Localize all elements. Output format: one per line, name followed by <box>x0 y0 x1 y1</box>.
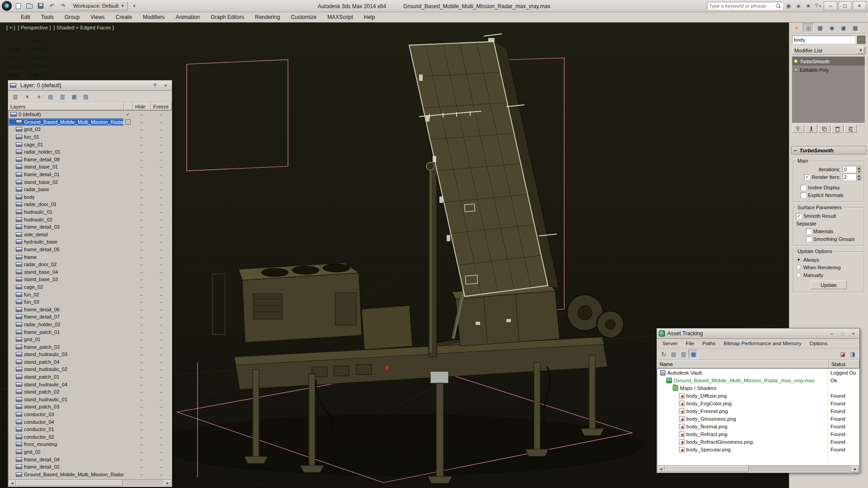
object-name-field[interactable] <box>792 36 855 44</box>
hide-dash-icon[interactable]: – <box>132 232 151 237</box>
hide-dash-icon[interactable]: – <box>132 247 151 252</box>
hide-dash-icon[interactable]: – <box>132 382 151 387</box>
freeze-dash-icon[interactable]: – <box>151 119 171 125</box>
freeze-dash-icon[interactable]: – <box>151 382 171 387</box>
freeze-dash-icon[interactable]: – <box>151 404 171 409</box>
hide-dash-icon[interactable]: – <box>132 366 151 372</box>
hide-dash-icon[interactable]: – <box>132 419 151 425</box>
layer-row[interactable]: radar_holder_02 – – <box>9 321 171 328</box>
select-in-layer-icon[interactable]: ▤ <box>46 92 56 101</box>
layer-row[interactable]: conductor_01 – – <box>9 426 171 433</box>
layer-row[interactable]: body – – <box>9 193 171 201</box>
freeze-toggle-icon[interactable]: ▨ <box>81 92 91 101</box>
layer-row[interactable]: hydraulic_base – – <box>9 238 171 246</box>
modifier-onoff-icon[interactable] <box>794 68 798 72</box>
remove-modifier-icon[interactable] <box>831 125 844 133</box>
search-input[interactable] <box>709 3 775 9</box>
hide-dash-icon[interactable]: – <box>132 194 151 200</box>
viewport-shading-menu[interactable]: [ Shaded + Edged Faces ] <box>53 25 113 30</box>
layer-row[interactable]: radar_holder_01 – – <box>9 148 171 156</box>
layer-row[interactable]: stand_hudraulic_04 – – <box>9 380 171 388</box>
hide-dash-icon[interactable]: – <box>132 457 151 462</box>
scroll-left-icon[interactable]: ◄ <box>9 480 16 486</box>
freeze-dash-icon[interactable]: – <box>151 179 171 185</box>
layer-dialog-help-button[interactable]: ? <box>151 82 159 89</box>
menu-item[interactable]: Create <box>110 13 137 22</box>
materials-checkbox[interactable] <box>806 229 811 234</box>
layer-row[interactable]: frame_detail_08 – – <box>9 156 171 164</box>
freeze-dash-icon[interactable]: – <box>151 149 171 155</box>
freeze-dash-icon[interactable]: – <box>151 397 171 402</box>
show-end-result-icon[interactable] <box>805 125 817 133</box>
smooth-result-checkbox[interactable] <box>796 213 802 219</box>
freeze-dash-icon[interactable]: – <box>151 457 171 462</box>
hide-dash-icon[interactable]: – <box>132 179 151 185</box>
tab-create-icon[interactable]: ☀ <box>791 23 802 33</box>
freeze-dash-icon[interactable]: – <box>151 112 171 117</box>
sign-in-button[interactable]: ◉ <box>784 1 793 10</box>
layer-row[interactable]: frame_detail_07 – – <box>9 313 171 321</box>
hide-dash-icon[interactable]: – <box>132 337 151 342</box>
layer-row[interactable]: grid_03 – – <box>9 126 171 133</box>
freeze-dash-icon[interactable]: – <box>151 209 171 215</box>
asset-row[interactable]: Ground_Based_Mobile_Multi_Mission_Radar_… <box>657 376 859 384</box>
layer-row[interactable]: frame_detail_03 – – <box>9 223 171 231</box>
freeze-dash-icon[interactable]: – <box>151 224 171 230</box>
hide-dash-icon[interactable]: – <box>132 352 151 357</box>
object-color-swatch[interactable] <box>857 36 865 44</box>
new-scene-button[interactable] <box>13 1 23 10</box>
layer-row[interactable]: frame_patch_01 – – <box>9 328 171 336</box>
hide-dash-icon[interactable]: – <box>132 314 151 319</box>
scroll-thumb[interactable] <box>16 480 123 486</box>
freeze-dash-icon[interactable]: – <box>151 352 171 357</box>
path-options-icon[interactable]: ◨ <box>848 350 858 359</box>
freeze-dash-icon[interactable]: – <box>151 187 171 192</box>
asset-menu-item[interactable]: File <box>682 340 698 347</box>
hide-dash-icon[interactable]: – <box>132 434 151 440</box>
smoothing-groups-checkbox[interactable] <box>806 236 811 242</box>
hide-dash-icon[interactable]: – <box>132 472 151 477</box>
layer-row[interactable]: fun_03 – – <box>9 298 171 306</box>
freeze-dash-icon[interactable]: – <box>151 157 171 162</box>
column-name[interactable]: Name <box>657 360 829 368</box>
freeze-dash-icon[interactable]: – <box>151 262 171 267</box>
asset-minimize-button[interactable]: – <box>827 330 836 338</box>
layer-horizontal-scrollbar[interactable]: ◄ ► <box>8 479 172 487</box>
layer-dialog-titlebar[interactable]: Layer: 0 (default) ? × <box>8 80 172 91</box>
menu-item[interactable]: MAXScript <box>322 13 359 22</box>
hide-dash-icon[interactable]: – <box>132 202 151 207</box>
asset-row[interactable]: body_Fresnel.png Found <box>657 407 859 415</box>
menu-item[interactable]: Help <box>359 13 381 22</box>
help-button[interactable]: ?▼ <box>814 1 823 10</box>
asset-menu-item[interactable]: Bitmap Performance and Memory <box>720 340 805 347</box>
render-iters-checkbox[interactable] <box>804 174 810 180</box>
layer-row[interactable]: cage_01 – – <box>9 141 171 148</box>
scroll-left-icon[interactable]: ◄ <box>657 466 665 472</box>
freeze-dash-icon[interactable]: – <box>151 427 171 432</box>
hide-dash-icon[interactable]: – <box>132 157 151 162</box>
tab-display-icon[interactable]: ▣ <box>838 23 849 33</box>
freeze-dash-icon[interactable]: – <box>151 269 171 275</box>
freeze-dash-icon[interactable]: – <box>151 419 171 425</box>
workspace-dropdown[interactable]: Workspace: Default ▼ <box>70 1 128 10</box>
hide-dash-icon[interactable]: – <box>132 254 151 260</box>
freeze-dash-icon[interactable]: – <box>151 239 171 244</box>
layer-row[interactable]: frame_detail_02 – – <box>9 463 171 471</box>
scroll-right-icon[interactable]: ► <box>852 466 859 472</box>
freeze-dash-icon[interactable]: – <box>151 202 171 207</box>
layer-row[interactable]: stand_patch_01 – – <box>9 373 171 381</box>
freeze-dash-icon[interactable]: – <box>151 217 171 222</box>
asset-menu-item[interactable]: Server <box>659 340 681 347</box>
hide-dash-icon[interactable]: – <box>132 329 151 335</box>
hide-dash-icon[interactable]: – <box>132 427 151 432</box>
save-file-button[interactable] <box>36 1 46 10</box>
hide-dash-icon[interactable]: – <box>132 307 151 312</box>
column-hide[interactable]: Hide <box>133 103 151 110</box>
tab-utilities-icon[interactable]: ▩ <box>850 23 861 33</box>
rollout-header[interactable]: – TurboSmooth <box>791 146 866 155</box>
freeze-dash-icon[interactable]: – <box>151 441 171 447</box>
layer-row[interactable]: hudraulic_02 – – <box>9 216 171 223</box>
layer-row[interactable]: stand_patch_02 – – <box>9 388 171 396</box>
explicit-normals-checkbox[interactable] <box>801 192 806 198</box>
favorites-button[interactable]: ★ <box>804 1 813 10</box>
